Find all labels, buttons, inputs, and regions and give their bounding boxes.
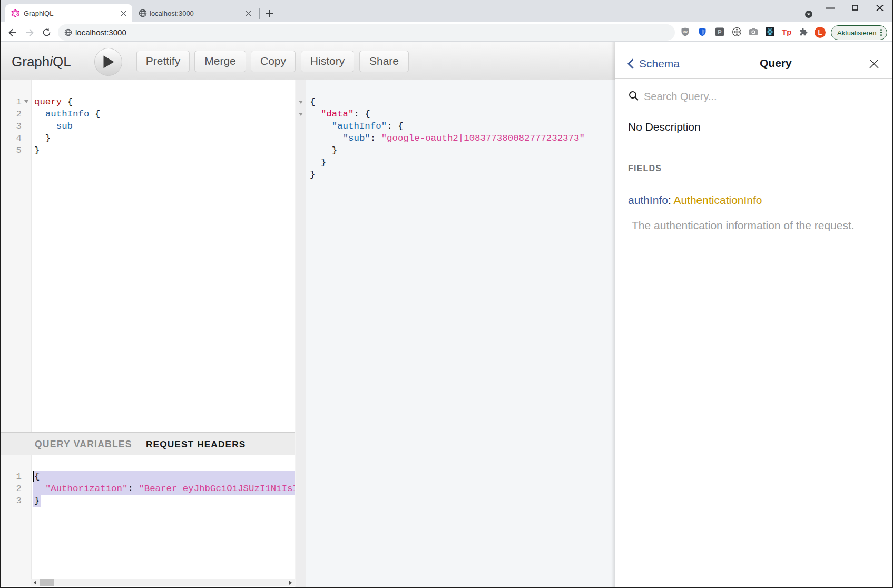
svg-text:UO: UO [683,30,688,33]
svg-text:P: P [718,29,721,35]
